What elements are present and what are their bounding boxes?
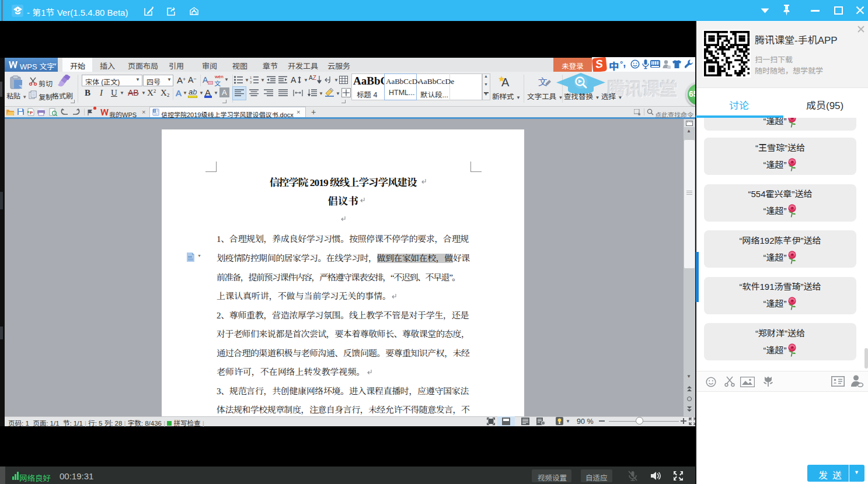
- svg-text:3: 3: [250, 80, 252, 84]
- svg-text:1: 1: [250, 76, 252, 79]
- svg-text:P: P: [30, 110, 33, 115]
- svg-text:文: 文: [538, 77, 548, 87]
- svg-text:A: A: [501, 76, 510, 88]
